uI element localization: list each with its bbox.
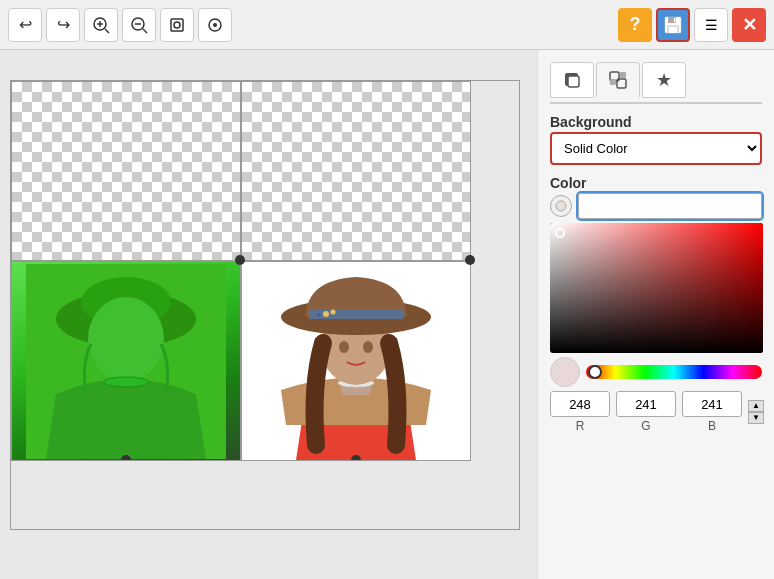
help-button[interactable]: ? [618,8,652,42]
handle-middle-right[interactable] [465,255,475,265]
svg-rect-7 [171,19,183,31]
background-dropdown[interactable]: Solid Color Transparent Image [550,132,762,165]
hue-knob[interactable] [588,365,602,379]
color-swatch [550,357,580,387]
svg-point-31 [363,341,373,353]
spinner-down[interactable]: ▼ [748,412,764,424]
redo-button[interactable]: ↪ [46,8,80,42]
color-section: Color [550,175,762,433]
right-panel: ★ Background Solid Color Transparent Ima… [537,50,774,579]
svg-point-29 [317,313,321,317]
image-grid [10,80,520,530]
handle-bottom-right-center[interactable] [351,455,361,461]
background-label: Background [550,114,762,130]
grid-cell-top-right [241,81,471,261]
zoom-reset-button[interactable] [198,8,232,42]
svg-line-6 [143,29,147,33]
color-input-row [550,193,762,219]
woman-image [242,262,470,460]
svg-point-30 [339,341,349,353]
rgb-g-input[interactable] [616,391,676,417]
svg-point-28 [331,310,336,315]
hue-slider[interactable] [586,365,762,379]
color-circle-toggle[interactable] [550,195,572,217]
toolbar: ↩ ↪ ? [0,0,774,50]
color-hex-input[interactable] [578,193,762,219]
rgb-g-label: G [641,419,650,433]
grid-cell-bottom-right [241,261,471,461]
svg-rect-15 [674,18,676,22]
svg-point-38 [556,201,566,211]
save-button[interactable] [656,8,690,42]
tab-copy[interactable] [550,62,594,98]
undo-button[interactable]: ↩ [8,8,42,42]
menu-button[interactable]: ☰ [694,8,728,42]
handle-bottom-center[interactable] [121,455,131,461]
rgb-b-input[interactable] [682,391,742,417]
close-button[interactable]: ✕ [732,8,766,42]
main-content: ★ Background Solid Color Transparent Ima… [0,50,774,579]
svg-rect-33 [568,76,579,87]
tab-bar: ★ [550,62,762,104]
tab-favorites[interactable]: ★ [642,62,686,98]
hue-row [550,357,762,387]
zoom-fit-button[interactable] [160,8,194,42]
svg-line-3 [105,29,109,33]
svg-rect-36 [610,79,616,85]
svg-point-10 [213,23,217,27]
color-picker-gradient[interactable] [550,223,763,353]
rgb-r-wrap: R [550,391,610,433]
background-section: Background Solid Color Transparent Image [550,114,762,165]
handle-middle-left[interactable] [235,255,245,265]
svg-rect-14 [669,27,677,33]
tab-layers[interactable] [596,62,640,98]
svg-rect-37 [620,72,626,78]
color-label: Color [550,175,762,191]
svg-point-27 [323,311,329,317]
rgb-b-wrap: B [682,391,742,433]
grid-cell-bottom-left [11,261,241,461]
svg-point-8 [174,22,180,28]
svg-point-19 [88,297,164,381]
zoom-out-button[interactable] [122,8,156,42]
grid-cell-top-left [11,81,241,261]
rgb-r-input[interactable] [550,391,610,417]
svg-point-20 [104,377,148,387]
zoom-in-button[interactable] [84,8,118,42]
rgb-r-label: R [576,419,585,433]
spinner-up[interactable]: ▲ [748,400,764,412]
rgb-b-label: B [708,419,716,433]
rgb-spinner[interactable]: ▲ ▼ [748,400,764,424]
toolbar-right: ? ☰ ✕ [618,8,766,42]
canvas-area[interactable] [0,50,537,579]
rgb-row: R G B ▲ ▼ [550,391,762,433]
rgb-g-wrap: G [616,391,676,433]
green-image [12,262,240,460]
